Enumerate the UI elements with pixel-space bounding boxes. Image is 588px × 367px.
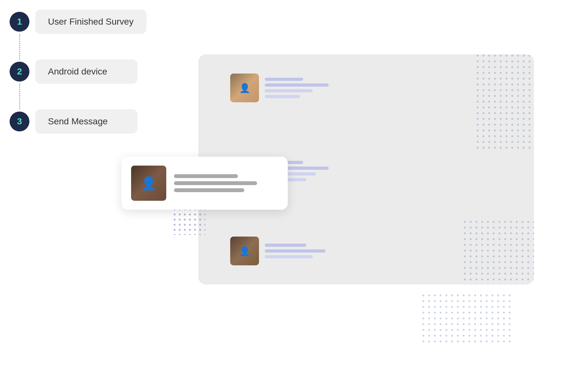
step-2-label: Android device [48,66,107,76]
contact-1-line-3 [265,89,313,92]
step-1-badge: 1 [10,12,29,32]
svg-rect-3 [464,221,534,285]
step-3-badge: 3 [10,112,29,131]
featured-message-card[interactable]: 👤 [122,157,288,210]
contact-1-line-2 [265,83,329,87]
svg-rect-1 [476,54,534,150]
step-3-card[interactable]: Send Message [35,109,137,134]
contact-3-line-1 [265,244,306,247]
contact-1-line-1 [265,78,303,81]
connector-2-3 [10,84,20,109]
contact-3-face: 👤 [230,237,259,265]
contact-3-line-3 [265,255,313,258]
step-2-card[interactable]: Android device [35,59,137,84]
step-2-badge: 2 [10,62,29,82]
connector-line-2 [19,84,20,109]
step-3-label: Send Message [48,116,108,126]
featured-line-2 [174,181,257,185]
main-container: 1 User Finished Survey 2 Android device [0,0,588,367]
featured-card-lines [174,174,257,192]
featured-line-3 [174,188,244,192]
connector-1-2 [10,34,20,59]
step-1-row: 1 User Finished Survey [10,10,146,34]
svg-rect-7 [422,294,512,345]
dot-pattern-br-svg [464,221,534,285]
step-1-number: 1 [17,17,22,27]
contact-3-line-2 [265,249,325,253]
contact-1-face: 👤 [230,74,259,102]
contact-3: 👤 [230,237,325,265]
contact-1-avatar: 👤 [230,74,259,102]
contact-1: 👤 [230,74,329,102]
dot-pattern-tr-svg [476,54,534,150]
steps-column: 1 User Finished Survey 2 Android device [10,10,146,134]
step-3-row: 3 Send Message [10,109,137,134]
featured-line-1 [174,174,238,178]
contact-1-line-4 [265,95,300,98]
step-2-number: 2 [17,66,22,77]
dot-pattern-bottom-right [422,294,512,345]
step-2-row: 2 Android device [10,59,137,84]
featured-face: 👤 [131,166,166,201]
step-1-card[interactable]: User Finished Survey [35,10,146,34]
step-3-number: 3 [17,116,22,127]
featured-avatar: 👤 [131,166,166,201]
contact-1-lines [265,78,329,98]
contact-3-lines [265,244,325,258]
contact-3-avatar: 👤 [230,237,259,265]
connector-line-1 [19,34,20,59]
step-1-label: User Finished Survey [48,17,134,27]
